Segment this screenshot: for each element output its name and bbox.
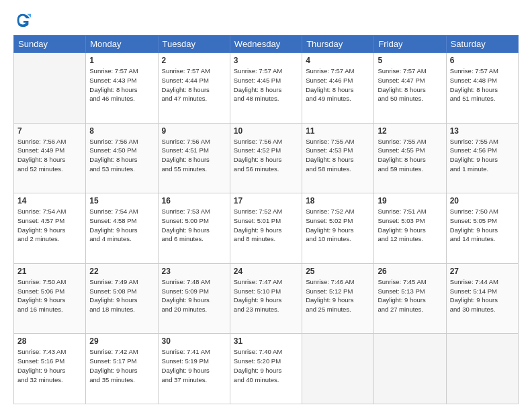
day-info: Sunrise: 7:51 AM Sunset: 5:03 PM Dayligh… bbox=[378, 207, 442, 244]
day-info: Sunrise: 7:53 AM Sunset: 5:00 PM Dayligh… bbox=[162, 207, 226, 244]
calendar-cell: 4Sunrise: 7:57 AM Sunset: 4:46 PM Daylig… bbox=[302, 53, 374, 124]
calendar-cell: 13Sunrise: 7:55 AM Sunset: 4:56 PM Dayli… bbox=[446, 123, 518, 193]
day-info: Sunrise: 7:48 AM Sunset: 5:09 PM Dayligh… bbox=[162, 277, 226, 314]
day-number: 4 bbox=[306, 56, 370, 65]
day-info: Sunrise: 7:55 AM Sunset: 4:53 PM Dayligh… bbox=[306, 137, 370, 174]
calendar-week-5: 28Sunrise: 7:43 AM Sunset: 5:16 PM Dayli… bbox=[14, 334, 519, 404]
calendar-week-4: 21Sunrise: 7:50 AM Sunset: 5:06 PM Dayli… bbox=[14, 263, 519, 334]
day-info: Sunrise: 7:52 AM Sunset: 5:01 PM Dayligh… bbox=[234, 207, 298, 244]
day-number: 22 bbox=[89, 267, 154, 276]
day-info: Sunrise: 7:50 AM Sunset: 5:05 PM Dayligh… bbox=[450, 207, 515, 244]
calendar-cell: 2Sunrise: 7:57 AM Sunset: 4:44 PM Daylig… bbox=[158, 53, 230, 124]
day-number: 18 bbox=[306, 196, 370, 205]
day-info: Sunrise: 7:42 AM Sunset: 5:17 PM Dayligh… bbox=[89, 347, 154, 384]
logo bbox=[13, 11, 35, 30]
day-info: Sunrise: 7:56 AM Sunset: 4:49 PM Dayligh… bbox=[17, 137, 82, 174]
day-number: 11 bbox=[306, 126, 370, 136]
day-info: Sunrise: 7:57 AM Sunset: 4:45 PM Dayligh… bbox=[234, 66, 298, 103]
col-header-friday: Friday bbox=[374, 36, 446, 53]
day-number: 26 bbox=[378, 267, 442, 276]
calendar-cell: 11Sunrise: 7:55 AM Sunset: 4:53 PM Dayli… bbox=[302, 123, 374, 193]
col-header-monday: Monday bbox=[86, 36, 158, 53]
calendar-cell: 29Sunrise: 7:42 AM Sunset: 5:17 PM Dayli… bbox=[86, 334, 158, 404]
calendar-cell bbox=[14, 53, 86, 124]
day-number: 28 bbox=[17, 336, 82, 346]
col-header-thursday: Thursday bbox=[302, 36, 374, 53]
calendar-cell: 20Sunrise: 7:50 AM Sunset: 5:05 PM Dayli… bbox=[446, 193, 518, 264]
day-number: 29 bbox=[89, 336, 154, 346]
day-info: Sunrise: 7:57 AM Sunset: 4:46 PM Dayligh… bbox=[306, 66, 370, 103]
day-info: Sunrise: 7:55 AM Sunset: 4:55 PM Dayligh… bbox=[378, 137, 442, 174]
day-number: 6 bbox=[450, 56, 515, 65]
calendar-cell: 17Sunrise: 7:52 AM Sunset: 5:01 PM Dayli… bbox=[230, 193, 302, 264]
day-info: Sunrise: 7:56 AM Sunset: 4:52 PM Dayligh… bbox=[234, 137, 298, 174]
calendar-cell: 12Sunrise: 7:55 AM Sunset: 4:55 PM Dayli… bbox=[374, 123, 446, 193]
col-header-tuesday: Tuesday bbox=[158, 36, 230, 53]
calendar-cell: 18Sunrise: 7:52 AM Sunset: 5:02 PM Dayli… bbox=[302, 193, 374, 264]
day-info: Sunrise: 7:54 AM Sunset: 4:57 PM Dayligh… bbox=[17, 207, 82, 244]
calendar-cell bbox=[374, 334, 446, 404]
day-info: Sunrise: 7:57 AM Sunset: 4:48 PM Dayligh… bbox=[450, 66, 515, 103]
day-info: Sunrise: 7:57 AM Sunset: 4:43 PM Dayligh… bbox=[89, 66, 154, 103]
calendar-cell: 1Sunrise: 7:57 AM Sunset: 4:43 PM Daylig… bbox=[86, 53, 158, 124]
day-number: 31 bbox=[234, 336, 298, 346]
day-number: 16 bbox=[162, 196, 226, 205]
day-info: Sunrise: 7:57 AM Sunset: 4:44 PM Dayligh… bbox=[162, 66, 226, 103]
calendar-week-2: 7Sunrise: 7:56 AM Sunset: 4:49 PM Daylig… bbox=[14, 123, 519, 193]
calendar-table: SundayMondayTuesdayWednesdayThursdayFrid… bbox=[13, 35, 519, 404]
day-info: Sunrise: 7:44 AM Sunset: 5:14 PM Dayligh… bbox=[450, 277, 515, 314]
header bbox=[13, 11, 519, 30]
day-number: 19 bbox=[378, 196, 442, 205]
day-number: 5 bbox=[378, 56, 442, 65]
calendar-cell: 5Sunrise: 7:57 AM Sunset: 4:47 PM Daylig… bbox=[374, 53, 446, 124]
day-number: 1 bbox=[89, 56, 154, 65]
day-info: Sunrise: 7:41 AM Sunset: 5:19 PM Dayligh… bbox=[162, 347, 226, 384]
day-number: 27 bbox=[450, 267, 515, 276]
day-number: 8 bbox=[89, 126, 154, 136]
day-number: 13 bbox=[450, 126, 515, 136]
logo-icon bbox=[13, 11, 32, 30]
calendar-week-3: 14Sunrise: 7:54 AM Sunset: 4:57 PM Dayli… bbox=[14, 193, 519, 264]
calendar-cell: 9Sunrise: 7:56 AM Sunset: 4:51 PM Daylig… bbox=[158, 123, 230, 193]
day-number: 14 bbox=[17, 196, 82, 205]
calendar-cell: 25Sunrise: 7:46 AM Sunset: 5:12 PM Dayli… bbox=[302, 263, 374, 334]
day-number: 17 bbox=[234, 196, 298, 205]
calendar-cell: 27Sunrise: 7:44 AM Sunset: 5:14 PM Dayli… bbox=[446, 263, 518, 334]
day-info: Sunrise: 7:43 AM Sunset: 5:16 PM Dayligh… bbox=[17, 347, 82, 384]
calendar-cell: 6Sunrise: 7:57 AM Sunset: 4:48 PM Daylig… bbox=[446, 53, 518, 124]
day-number: 9 bbox=[162, 126, 226, 136]
calendar-header-row: SundayMondayTuesdayWednesdayThursdayFrid… bbox=[14, 36, 519, 53]
day-number: 2 bbox=[162, 56, 226, 65]
day-number: 25 bbox=[306, 267, 370, 276]
day-info: Sunrise: 7:52 AM Sunset: 5:02 PM Dayligh… bbox=[306, 207, 370, 244]
calendar-cell: 8Sunrise: 7:56 AM Sunset: 4:50 PM Daylig… bbox=[86, 123, 158, 193]
calendar-cell: 19Sunrise: 7:51 AM Sunset: 5:03 PM Dayli… bbox=[374, 193, 446, 264]
calendar-week-1: 1Sunrise: 7:57 AM Sunset: 4:43 PM Daylig… bbox=[14, 53, 519, 124]
calendar-cell: 24Sunrise: 7:47 AM Sunset: 5:10 PM Dayli… bbox=[230, 263, 302, 334]
day-info: Sunrise: 7:55 AM Sunset: 4:56 PM Dayligh… bbox=[450, 137, 515, 174]
day-number: 12 bbox=[378, 126, 442, 136]
calendar-cell: 28Sunrise: 7:43 AM Sunset: 5:16 PM Dayli… bbox=[14, 334, 86, 404]
col-header-wednesday: Wednesday bbox=[230, 36, 302, 53]
day-info: Sunrise: 7:50 AM Sunset: 5:06 PM Dayligh… bbox=[17, 277, 82, 314]
day-number: 15 bbox=[89, 196, 154, 205]
col-header-sunday: Sunday bbox=[14, 36, 86, 53]
day-number: 24 bbox=[234, 267, 298, 276]
day-number: 20 bbox=[450, 196, 515, 205]
page: SundayMondayTuesdayWednesdayThursdayFrid… bbox=[0, 0, 532, 411]
day-number: 23 bbox=[162, 267, 226, 276]
col-header-saturday: Saturday bbox=[446, 36, 518, 53]
calendar-cell: 3Sunrise: 7:57 AM Sunset: 4:45 PM Daylig… bbox=[230, 53, 302, 124]
calendar-cell: 7Sunrise: 7:56 AM Sunset: 4:49 PM Daylig… bbox=[14, 123, 86, 193]
day-info: Sunrise: 7:45 AM Sunset: 5:13 PM Dayligh… bbox=[378, 277, 442, 314]
day-info: Sunrise: 7:47 AM Sunset: 5:10 PM Dayligh… bbox=[234, 277, 298, 314]
calendar-cell: 30Sunrise: 7:41 AM Sunset: 5:19 PM Dayli… bbox=[158, 334, 230, 404]
calendar-cell: 21Sunrise: 7:50 AM Sunset: 5:06 PM Dayli… bbox=[14, 263, 86, 334]
day-info: Sunrise: 7:54 AM Sunset: 4:58 PM Dayligh… bbox=[89, 207, 154, 244]
day-number: 3 bbox=[234, 56, 298, 65]
day-number: 30 bbox=[162, 336, 226, 346]
calendar-cell: 10Sunrise: 7:56 AM Sunset: 4:52 PM Dayli… bbox=[230, 123, 302, 193]
calendar-cell: 16Sunrise: 7:53 AM Sunset: 5:00 PM Dayli… bbox=[158, 193, 230, 264]
day-info: Sunrise: 7:46 AM Sunset: 5:12 PM Dayligh… bbox=[306, 277, 370, 314]
day-info: Sunrise: 7:56 AM Sunset: 4:51 PM Dayligh… bbox=[162, 137, 226, 174]
